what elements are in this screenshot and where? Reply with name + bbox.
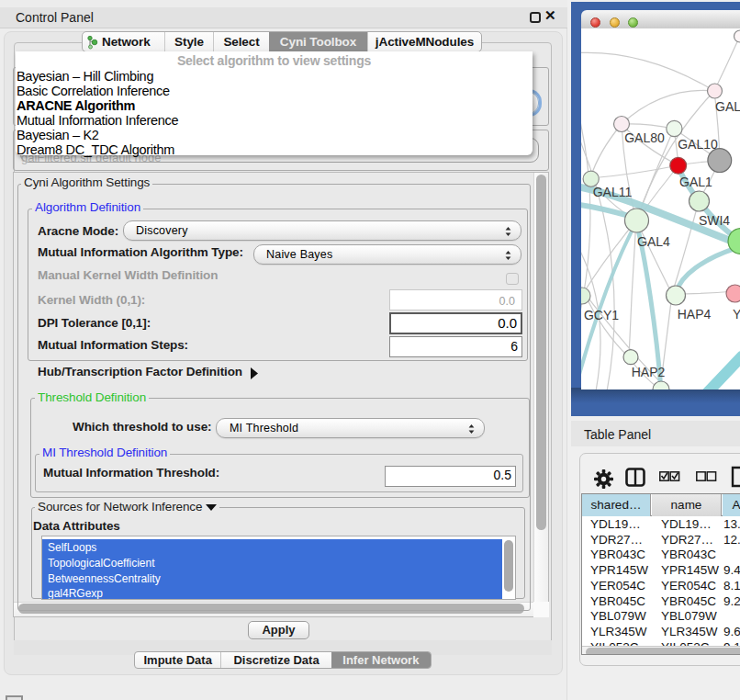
svg-text:YEL0: YEL0 — [733, 307, 740, 322]
svg-text:GAL80: GAL80 — [624, 130, 665, 145]
svg-text:GAL11: GAL11 — [593, 185, 633, 199]
svg-text:HAP4: HAP4 — [678, 307, 712, 322]
svg-text:GCY1: GCY1 — [584, 308, 619, 322]
svg-text:GAL7: GAL7 — [715, 99, 740, 114]
svg-text:GAL4: GAL4 — [637, 234, 670, 249]
svg-text:GAL10: GAL10 — [678, 137, 718, 152]
svg-text:GAL1: GAL1 — [679, 175, 712, 189]
svg-text:HAP2: HAP2 — [632, 365, 666, 379]
svg-text:SWI4: SWI4 — [699, 213, 730, 228]
